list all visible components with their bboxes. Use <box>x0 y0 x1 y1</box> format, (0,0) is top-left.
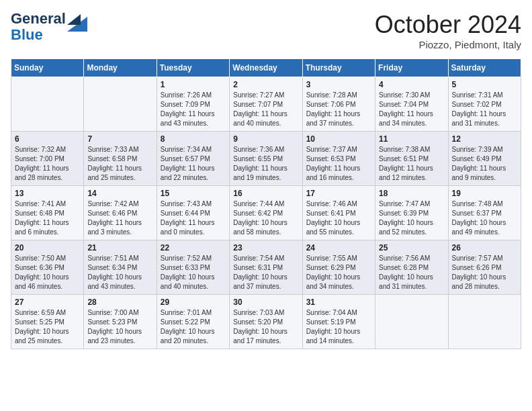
calendar-cell: 27Sunrise: 6:59 AM Sunset: 5:25 PM Dayli… <box>11 295 84 349</box>
weekday-header: Wednesday <box>230 59 302 77</box>
day-number: 2 <box>233 80 298 89</box>
calendar-cell: 29Sunrise: 7:01 AM Sunset: 5:22 PM Dayli… <box>157 295 229 349</box>
day-number: 29 <box>161 298 226 307</box>
day-info: Sunrise: 7:30 AM Sunset: 7:04 PM Dayligh… <box>379 91 444 128</box>
svg-marker-1 <box>67 14 81 25</box>
calendar-cell: 18Sunrise: 7:47 AM Sunset: 6:39 PM Dayli… <box>375 186 448 240</box>
day-info: Sunrise: 7:34 AM Sunset: 6:57 PM Dayligh… <box>161 145 226 183</box>
day-info: Sunrise: 7:27 AM Sunset: 7:07 PM Dayligh… <box>233 91 298 128</box>
logo: GeneralBlue <box>11 11 87 43</box>
weekday-header: Saturday <box>448 59 521 77</box>
calendar-cell: 9Sunrise: 7:36 AM Sunset: 6:55 PM Daylig… <box>230 132 302 186</box>
day-number: 11 <box>379 134 444 144</box>
day-info: Sunrise: 7:04 AM Sunset: 5:19 PM Dayligh… <box>306 308 371 346</box>
day-info: Sunrise: 7:47 AM Sunset: 6:39 PM Dayligh… <box>379 199 444 237</box>
day-number: 31 <box>306 298 371 307</box>
day-info: Sunrise: 7:51 AM Sunset: 6:34 PM Dayligh… <box>87 254 152 291</box>
day-number: 24 <box>306 243 371 253</box>
day-number: 10 <box>306 134 371 144</box>
day-number: 21 <box>87 243 152 253</box>
calendar-week-row: 27Sunrise: 6:59 AM Sunset: 5:25 PM Dayli… <box>11 295 521 349</box>
calendar-week-row: 1Sunrise: 7:26 AM Sunset: 7:09 PM Daylig… <box>11 77 521 132</box>
day-number: 25 <box>379 243 444 253</box>
location: Piozzo, Piedmont, Italy <box>375 39 521 50</box>
weekday-header: Friday <box>375 59 448 77</box>
calendar-cell: 21Sunrise: 7:51 AM Sunset: 6:34 PM Dayli… <box>84 240 157 295</box>
day-info: Sunrise: 7:26 AM Sunset: 7:09 PM Dayligh… <box>161 91 226 128</box>
day-number: 19 <box>452 189 517 198</box>
day-number: 15 <box>161 189 226 198</box>
day-info: Sunrise: 7:31 AM Sunset: 7:02 PM Dayligh… <box>452 91 517 128</box>
calendar-cell <box>84 77 157 132</box>
month-title: October 2024 <box>375 11 521 39</box>
day-number: 3 <box>306 80 371 89</box>
calendar-cell <box>375 295 448 349</box>
calendar-cell: 28Sunrise: 7:00 AM Sunset: 5:23 PM Dayli… <box>84 295 157 349</box>
day-info: Sunrise: 7:48 AM Sunset: 6:37 PM Dayligh… <box>452 199 517 237</box>
day-number: 23 <box>233 243 298 253</box>
day-info: Sunrise: 7:50 AM Sunset: 6:36 PM Dayligh… <box>15 254 80 291</box>
day-number: 27 <box>15 298 80 307</box>
page-header: GeneralBlue October 2024 Piozzo, Piedmon… <box>11 11 521 50</box>
day-number: 16 <box>233 189 298 198</box>
day-number: 12 <box>452 134 517 144</box>
calendar-cell <box>448 295 521 349</box>
logo-icon <box>67 10 87 32</box>
calendar-cell: 3Sunrise: 7:28 AM Sunset: 7:06 PM Daylig… <box>302 77 375 132</box>
calendar-cell: 23Sunrise: 7:54 AM Sunset: 6:31 PM Dayli… <box>230 240 302 295</box>
day-info: Sunrise: 7:32 AM Sunset: 7:00 PM Dayligh… <box>15 145 80 183</box>
day-info: Sunrise: 7:37 AM Sunset: 6:53 PM Dayligh… <box>306 145 371 183</box>
calendar-cell: 20Sunrise: 7:50 AM Sunset: 6:36 PM Dayli… <box>11 240 84 295</box>
day-number: 9 <box>233 134 298 144</box>
calendar-table: SundayMondayTuesdayWednesdayThursdayFrid… <box>11 58 521 349</box>
day-number: 13 <box>15 189 80 198</box>
day-number: 20 <box>15 243 80 253</box>
day-number: 22 <box>161 243 226 253</box>
day-number: 7 <box>87 134 152 144</box>
calendar-cell: 24Sunrise: 7:55 AM Sunset: 6:29 PM Dayli… <box>302 240 375 295</box>
day-info: Sunrise: 7:42 AM Sunset: 6:46 PM Dayligh… <box>87 199 152 237</box>
day-number: 14 <box>87 189 152 198</box>
calendar-cell: 4Sunrise: 7:30 AM Sunset: 7:04 PM Daylig… <box>375 77 448 132</box>
day-info: Sunrise: 7:03 AM Sunset: 5:20 PM Dayligh… <box>233 308 298 346</box>
day-number: 26 <box>452 243 517 253</box>
calendar-cell: 17Sunrise: 7:46 AM Sunset: 6:41 PM Dayli… <box>302 186 375 240</box>
calendar-cell: 6Sunrise: 7:32 AM Sunset: 7:00 PM Daylig… <box>11 132 84 186</box>
day-number: 18 <box>379 189 444 198</box>
day-info: Sunrise: 7:44 AM Sunset: 6:42 PM Dayligh… <box>233 199 298 237</box>
day-number: 1 <box>161 80 226 89</box>
calendar-cell: 16Sunrise: 7:44 AM Sunset: 6:42 PM Dayli… <box>230 186 302 240</box>
day-number: 6 <box>15 134 80 144</box>
calendar-cell: 7Sunrise: 7:33 AM Sunset: 6:58 PM Daylig… <box>84 132 157 186</box>
calendar-cell: 1Sunrise: 7:26 AM Sunset: 7:09 PM Daylig… <box>157 77 229 132</box>
calendar-cell: 2Sunrise: 7:27 AM Sunset: 7:07 PM Daylig… <box>230 77 302 132</box>
day-info: Sunrise: 7:01 AM Sunset: 5:22 PM Dayligh… <box>161 308 226 346</box>
calendar-cell: 19Sunrise: 7:48 AM Sunset: 6:37 PM Dayli… <box>448 186 521 240</box>
calendar-cell: 30Sunrise: 7:03 AM Sunset: 5:20 PM Dayli… <box>230 295 302 349</box>
day-info: Sunrise: 7:55 AM Sunset: 6:29 PM Dayligh… <box>306 254 371 291</box>
calendar-cell: 8Sunrise: 7:34 AM Sunset: 6:57 PM Daylig… <box>157 132 229 186</box>
calendar-cell: 12Sunrise: 7:39 AM Sunset: 6:49 PM Dayli… <box>448 132 521 186</box>
day-info: Sunrise: 7:52 AM Sunset: 6:33 PM Dayligh… <box>161 254 226 291</box>
calendar-week-row: 13Sunrise: 7:41 AM Sunset: 6:48 PM Dayli… <box>11 186 521 240</box>
day-info: Sunrise: 7:54 AM Sunset: 6:31 PM Dayligh… <box>233 254 298 291</box>
calendar-cell: 15Sunrise: 7:43 AM Sunset: 6:44 PM Dayli… <box>157 186 229 240</box>
calendar-cell: 14Sunrise: 7:42 AM Sunset: 6:46 PM Dayli… <box>84 186 157 240</box>
calendar-cell: 26Sunrise: 7:57 AM Sunset: 6:26 PM Dayli… <box>448 240 521 295</box>
weekday-header: Monday <box>84 59 157 77</box>
day-info: Sunrise: 7:39 AM Sunset: 6:49 PM Dayligh… <box>452 145 517 183</box>
calendar-cell <box>11 77 84 132</box>
day-info: Sunrise: 7:56 AM Sunset: 6:28 PM Dayligh… <box>379 254 444 291</box>
calendar-cell: 11Sunrise: 7:38 AM Sunset: 6:51 PM Dayli… <box>375 132 448 186</box>
calendar-cell: 10Sunrise: 7:37 AM Sunset: 6:53 PM Dayli… <box>302 132 375 186</box>
day-number: 8 <box>161 134 226 144</box>
day-info: Sunrise: 7:41 AM Sunset: 6:48 PM Dayligh… <box>15 199 80 237</box>
day-info: Sunrise: 6:59 AM Sunset: 5:25 PM Dayligh… <box>15 308 80 346</box>
day-number: 17 <box>306 189 371 198</box>
day-info: Sunrise: 7:00 AM Sunset: 5:23 PM Dayligh… <box>87 308 152 346</box>
day-info: Sunrise: 7:38 AM Sunset: 6:51 PM Dayligh… <box>379 145 444 183</box>
calendar-week-row: 6Sunrise: 7:32 AM Sunset: 7:00 PM Daylig… <box>11 132 521 186</box>
calendar-week-row: 20Sunrise: 7:50 AM Sunset: 6:36 PM Dayli… <box>11 240 521 295</box>
day-info: Sunrise: 7:28 AM Sunset: 7:06 PM Dayligh… <box>306 91 371 128</box>
day-info: Sunrise: 7:57 AM Sunset: 6:26 PM Dayligh… <box>452 254 517 291</box>
